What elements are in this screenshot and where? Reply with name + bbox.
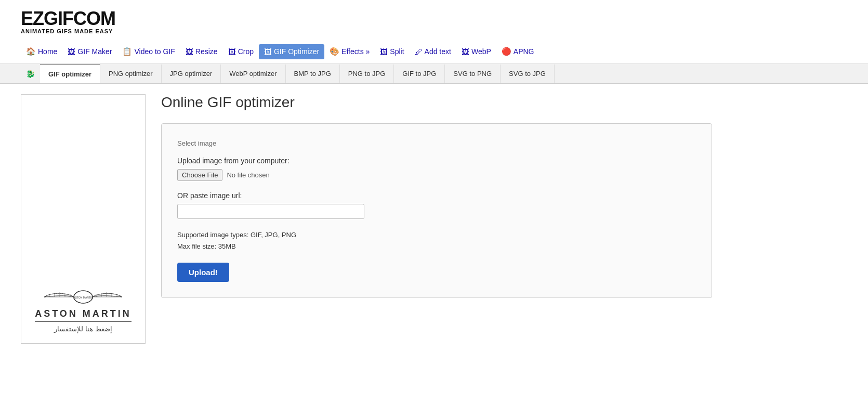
or-paste-label: OR paste image url: xyxy=(177,191,696,200)
resize-nav-label: Resize xyxy=(195,47,218,56)
gif-maker-nav-icon: 🖼 xyxy=(68,47,75,56)
gif-maker-nav-label: GIF Maker xyxy=(77,47,112,56)
nav-item-apng[interactable]: 🔴APNG xyxy=(496,44,540,59)
crop-nav-label: Crop xyxy=(238,47,254,56)
gif-optimizer-nav-icon: 🖼 xyxy=(264,47,272,56)
subnav-item-svg-to-jpg[interactable]: SVG to JPG xyxy=(501,64,555,83)
home-nav-icon: 🏠 xyxy=(26,47,36,56)
add-text-nav-icon: 🖊 xyxy=(415,47,423,56)
brand-arabic: إضغط هنا للإستفسار xyxy=(54,325,112,333)
subnav-item-gif-optimizer[interactable]: GIF optimizer xyxy=(40,64,100,83)
nav-item-gif-optimizer[interactable]: 🖼GIF Optimizer xyxy=(259,44,324,59)
main-section: Online GIF optimizer Select image Upload… xyxy=(161,94,847,344)
header: EZGIFCOM ANIMATED GIFS MADE EASY xyxy=(0,0,868,40)
aston-wings-icon: ASTON MARTIN xyxy=(42,282,125,308)
left-sidebar: ASTON MARTIN ASTON MARTIN إضغط هنا لل xyxy=(21,94,146,344)
split-nav-icon: 🖼 xyxy=(380,47,388,56)
subnav-item-gif-to-jpg[interactable]: GIF to JPG xyxy=(394,64,445,83)
gif-optimizer-nav-label: GIF Optimizer xyxy=(274,47,319,56)
webp-nav-label: WebP xyxy=(471,47,491,56)
max-file-size: Max file size: 35MB xyxy=(177,241,696,252)
apng-nav-label: APNG xyxy=(514,47,534,56)
supported-types: Supported image types: GIF, JPG, PNG xyxy=(177,229,696,241)
nav-item-resize[interactable]: 🖼Resize xyxy=(180,44,223,59)
main-nav: 🏠Home🖼GIF Maker📋Video to GIF🖼Resize🖼Crop… xyxy=(0,40,868,64)
video-to-gif-nav-icon: 📋 xyxy=(122,47,132,56)
upload-button[interactable]: Upload! xyxy=(177,263,229,282)
nav-item-add-text[interactable]: 🖊Add text xyxy=(410,44,456,59)
logo-title: EZGIFCOM xyxy=(21,9,847,28)
nav-item-webp[interactable]: 🖼WebP xyxy=(456,44,496,59)
content-wrapper: ASTON MARTIN ASTON MARTIN إضغط هنا لل xyxy=(0,84,868,354)
no-file-text: No file chosen xyxy=(227,171,269,179)
file-input-row: Choose File No file chosen xyxy=(177,169,696,181)
effects-nav-icon: 🎨 xyxy=(330,47,339,56)
sidebar-inner: ASTON MARTIN ASTON MARTIN إضغط هنا لل xyxy=(35,282,131,333)
subnav-item-png-optimizer[interactable]: PNG optimizer xyxy=(100,64,162,83)
upload-label: Upload image from your computer: xyxy=(177,157,696,165)
effects-nav-label: Effects » xyxy=(341,47,370,56)
nav-item-crop[interactable]: 🖼Crop xyxy=(223,44,259,59)
video-to-gif-nav-label: Video to GIF xyxy=(134,47,175,56)
select-image-legend: Select image xyxy=(177,139,696,147)
sub-nav-icon: 🐉 xyxy=(21,66,40,82)
nav-item-effects[interactable]: 🎨Effects » xyxy=(324,44,375,59)
nav-item-home[interactable]: 🏠Home xyxy=(21,44,62,59)
logo-subtitle: ANIMATED GIFS MADE EASY xyxy=(21,28,847,34)
apng-nav-icon: 🔴 xyxy=(502,47,511,56)
nav-item-split[interactable]: 🖼Split xyxy=(375,44,409,59)
svg-text:ASTON MARTIN: ASTON MARTIN xyxy=(73,296,93,299)
nav-item-video-to-gif[interactable]: 📋Video to GIF xyxy=(117,44,180,59)
webp-nav-icon: 🖼 xyxy=(462,47,469,56)
choose-file-button[interactable]: Choose File xyxy=(177,169,222,181)
subnav-item-jpg-optimizer[interactable]: JPG optimizer xyxy=(162,64,221,83)
subnav-item-png-to-jpg[interactable]: PNG to JPG xyxy=(340,64,394,83)
subnav-item-svg-to-png[interactable]: SVG to PNG xyxy=(445,64,501,83)
crop-nav-icon: 🖼 xyxy=(228,47,236,56)
page-title: Online GIF optimizer xyxy=(161,94,847,111)
subnav-item-webp-optimizer[interactable]: WebP optimizer xyxy=(221,64,285,83)
supported-info: Supported image types: GIF, JPG, PNG Max… xyxy=(177,229,696,252)
home-nav-label: Home xyxy=(38,47,57,56)
url-input[interactable] xyxy=(177,204,364,219)
nav-item-gif-maker[interactable]: 🖼GIF Maker xyxy=(62,44,117,59)
sub-nav: 🐉 GIF optimizerPNG optimizerJPG optimize… xyxy=(0,64,868,84)
resize-nav-icon: 🖼 xyxy=(186,47,193,56)
split-nav-label: Split xyxy=(390,47,404,56)
brand-name: ASTON MARTIN xyxy=(35,308,131,322)
add-text-nav-label: Add text xyxy=(425,47,451,56)
subnav-item-bmp-to-jpg[interactable]: BMP to JPG xyxy=(286,64,340,83)
select-image-box: Select image Upload image from your comp… xyxy=(161,123,712,298)
